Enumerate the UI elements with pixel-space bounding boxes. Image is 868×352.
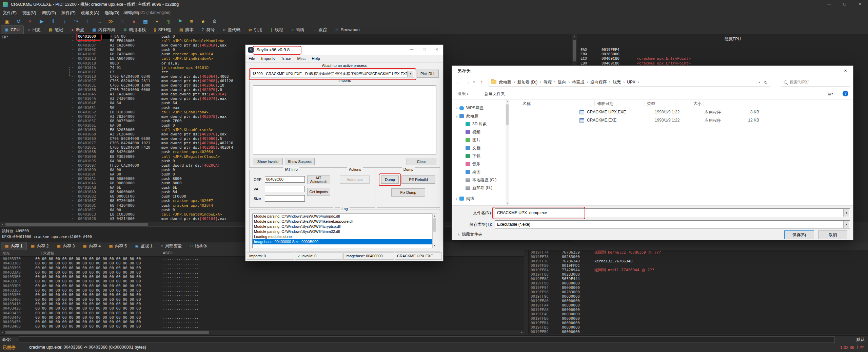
imports-tree[interactable] xyxy=(253,85,436,154)
dump-row[interactable]: 004033C0 00 00 00 00 00 00 00 00 00 00 0… xyxy=(0,279,524,283)
run-to-cursor-icon[interactable]: → xyxy=(95,18,104,25)
log-line[interactable]: Loading modules done. xyxy=(253,234,432,239)
scylla-menu-item[interactable]: File xyxy=(245,55,258,62)
stack-value[interactable]: 00283000 xyxy=(562,255,594,259)
show-suspect-button[interactable]: Show Suspect xyxy=(285,158,315,165)
tab-locals[interactable]: ≡ 局部变量 xyxy=(157,242,186,251)
stack-value[interactable]: 00000000 xyxy=(562,294,594,299)
sidebar-item-music[interactable]: 音乐 xyxy=(452,160,506,168)
column-size[interactable]: 大小 xyxy=(677,101,702,107)
disasm-address[interactable]: 0040108B xyxy=(78,150,110,154)
stack-row[interactable]: 0019FFAC 00000000 xyxy=(529,312,868,316)
disasm-row[interactable]: 00401000 6A 00 push 0 xyxy=(0,34,572,39)
stack-value[interactable]: 00000000 xyxy=(562,316,594,321)
tab-script[interactable]: ▤ 脚本 xyxy=(175,25,198,34)
tab-source[interactable]: ‹› 源代码 xyxy=(219,25,244,34)
register-row[interactable]: EDX 00409C80 <crackme upx.EntryPoint> xyxy=(577,61,868,66)
log-line[interactable]: Module parsing: C:\Windows\SysWOW64\imm3… xyxy=(253,229,432,234)
tab-cpu[interactable]: ▣ CPU xyxy=(1,25,24,34)
log-line[interactable]: Module parsing: C:\Windows\SysWOW64\cryp… xyxy=(253,224,432,229)
disasm-address[interactable]: 004010BC xyxy=(78,203,110,208)
dump-hex-bytes[interactable]: 00 00 00 00 00 00 00 00 00 00 00 00 00 0… xyxy=(35,270,163,275)
dump-hex-bytes[interactable]: 00 00 00 00 00 00 00 00 00 00 00 00 00 0… xyxy=(35,288,163,293)
dump-hex-bytes[interactable]: 00 00 00 00 00 00 00 00 00 00 00 00 00 0… xyxy=(35,302,163,306)
stack-value[interactable]: 00000000 xyxy=(562,312,594,316)
breadcrumb-item[interactable]: 新加卷 (D:) xyxy=(517,79,544,85)
stack-row[interactable]: 0019FF74 767B6359 返回到 kernel32.767B6359 … xyxy=(529,250,868,255)
stack-value[interactable]: 00283000 xyxy=(562,290,594,294)
disasm-address[interactable]: 00401051 xyxy=(78,106,110,110)
stack-row[interactable]: 0019FF90 00000000 xyxy=(529,281,868,285)
disasm-address[interactable]: 00401013 xyxy=(78,56,110,61)
scylla-menu-item[interactable]: Misc xyxy=(294,55,309,62)
dump-row[interactable]: 00403400 00 00 00 00 00 00 00 00 00 00 0… xyxy=(0,297,524,302)
dump-hex-bytes[interactable]: 00 00 00 00 00 00 00 00 00 00 00 00 00 0… xyxy=(35,275,163,279)
tab-breakpoints[interactable]: ● 断点 xyxy=(67,25,88,34)
stack-value[interactable]: 00000000 xyxy=(562,303,594,308)
register-value[interactable]: 0019FEF4 xyxy=(601,48,637,52)
stack-row[interactable]: 0019FFA0 00000000 xyxy=(529,299,868,303)
tab-references[interactable]: ⇄ 引用 xyxy=(244,25,267,34)
stack-row[interactable]: 0019FFBC 00000000 xyxy=(529,330,868,334)
breadcrumb-item[interactable]: 逆向 xyxy=(558,79,572,85)
disasm-address[interactable]: 0040101D xyxy=(78,74,110,79)
dump-hex-bytes[interactable]: 00 00 00 00 00 00 00 00 00 00 00 00 00 0… xyxy=(35,324,163,329)
stack-row[interactable]: 0019FF8C 5659F444 xyxy=(529,277,868,281)
breadcrumb-item[interactable]: 待完成 xyxy=(572,79,590,85)
dump-row[interactable]: 004033A0 00 00 00 00 00 00 00 00 00 00 0… xyxy=(0,270,524,275)
view-options-button[interactable]: ▤▾ xyxy=(828,91,833,96)
sidebar-item-documents[interactable]: 文档 xyxy=(452,144,506,152)
menu-item[interactable]: 视图(V) xyxy=(19,9,39,17)
breadcrumb-item[interactable]: 此电脑 xyxy=(499,79,517,85)
stack-value[interactable]: 77428944 xyxy=(562,268,594,272)
dump-hex-bytes[interactable]: 00 00 00 00 00 00 00 00 00 00 00 00 00 0… xyxy=(35,306,163,311)
dump-row[interactable]: 00403410 00 00 00 00 00 00 00 00 00 00 0… xyxy=(0,302,524,306)
tab-struct[interactable]: ∷ 结构体 xyxy=(186,242,212,251)
disasm-address[interactable]: 004010C1 xyxy=(78,208,110,212)
menu-item[interactable]: 文件(F) xyxy=(0,9,19,17)
log-scrollbar[interactable]: ▴ ▾ xyxy=(432,214,437,248)
stack-row[interactable]: 0019FF7C 767B6340 kernel32.767B6340 xyxy=(529,259,868,263)
dump-button[interactable]: Dump xyxy=(381,175,399,184)
process-combobox[interactable]: 13200 - CRACKME UPX.EXE - D:\教程\逆向\待完成\逆… xyxy=(251,70,414,77)
stack-value[interactable]: 00000000 xyxy=(562,285,594,290)
step-over-icon[interactable]: ↷ xyxy=(72,18,81,25)
column-type[interactable]: 类型 xyxy=(647,101,655,107)
register-row[interactable]: EAX 0019FEF4 xyxy=(577,48,868,52)
oep-input[interactable]: 00409C80 xyxy=(265,176,305,183)
breadcrumb-item[interactable]: 教程 xyxy=(544,79,558,85)
breadcrumb-item[interactable]: 逆向程序 xyxy=(590,79,613,85)
disasm-address[interactable]: 00401027 xyxy=(78,79,110,83)
get-imports-button[interactable]: Get Imports xyxy=(307,188,330,196)
stack-value[interactable]: 767B6340 xyxy=(562,259,594,263)
cancel-button[interactable]: 取消 xyxy=(818,230,847,239)
disasm-address[interactable]: 00401045 xyxy=(78,92,110,96)
disasm-address[interactable]: 0040104A xyxy=(78,96,110,101)
disasm-address[interactable]: 00401057 xyxy=(78,114,110,119)
clear-button[interactable]: Clear xyxy=(407,158,436,165)
stack-value[interactable]: 0019FFDC xyxy=(562,263,594,268)
disasm-address[interactable]: 00401081 xyxy=(78,145,110,150)
chevron-down-icon[interactable]: ▾ xyxy=(843,209,849,217)
stack-row[interactable]: 0019FFA4 00000000 xyxy=(529,303,868,308)
save-button[interactable]: 保存(S) xyxy=(784,230,814,239)
tab-snowman[interactable]: ☃ Snowman xyxy=(331,25,363,34)
disasm-address[interactable]: 00401095 xyxy=(78,159,110,163)
sidebar-item-pictures[interactable]: 图片 xyxy=(452,136,506,144)
stack-value[interactable]: 00000000 xyxy=(562,325,594,330)
trace-icon[interactable]: ≈ xyxy=(118,18,127,25)
stack-value[interactable]: 00000000 xyxy=(562,299,594,303)
pe-rebuild-button[interactable]: PE Rebuild xyxy=(401,175,435,184)
disasm-address[interactable]: 0040104F xyxy=(78,101,110,105)
help-icon[interactable]: ? xyxy=(843,91,848,96)
column-name[interactable]: 名称 xyxy=(522,101,531,107)
tab-dump-5[interactable]: ▦ 内存 5 xyxy=(105,242,131,251)
stack-row[interactable]: 0019FFB4 00000000 xyxy=(529,321,868,325)
dump-hex-bytes[interactable]: 00 00 00 00 00 00 00 00 00 00 00 00 00 0… xyxy=(35,261,163,265)
dump-hex-bytes[interactable]: 00 00 00 00 00 00 00 00 00 00 00 00 00 0… xyxy=(35,257,163,261)
history-dropdown-icon[interactable]: ∨ xyxy=(472,78,476,86)
disasm-address[interactable]: 00401061 xyxy=(78,123,110,128)
dump-hex-bytes[interactable]: 00 00 00 00 00 00 00 00 00 00 00 00 00 0… xyxy=(35,279,163,283)
tab-notes[interactable]: ▤ 笔记 xyxy=(45,25,67,34)
disasm-address[interactable]: 0040109F xyxy=(78,172,110,177)
